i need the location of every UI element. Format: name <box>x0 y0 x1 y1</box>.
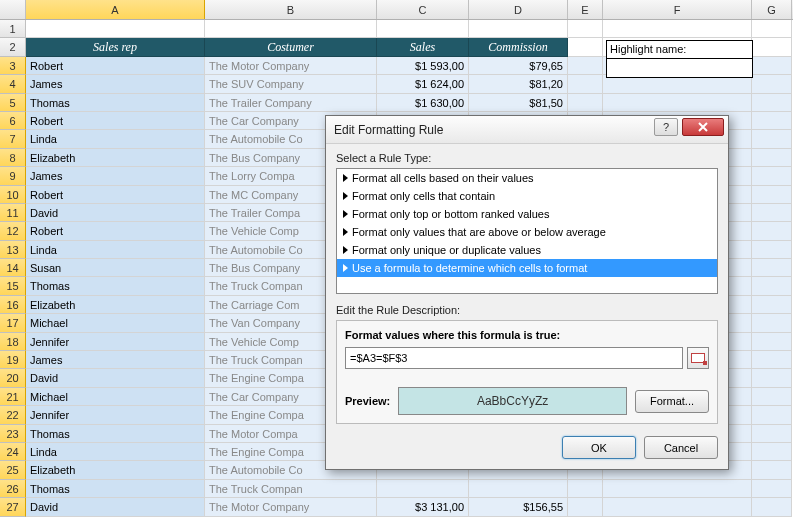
cell[interactable]: Thomas <box>26 425 205 443</box>
col-header-C[interactable]: C <box>377 0 469 19</box>
cell[interactable] <box>568 480 603 498</box>
dialog-titlebar[interactable]: Edit Formatting Rule ? <box>326 116 728 144</box>
cell[interactable]: $156,55 <box>469 498 568 516</box>
row-header[interactable]: 18 <box>0 333 26 351</box>
cell[interactable] <box>752 130 792 148</box>
cell[interactable] <box>752 406 792 424</box>
col-header-A[interactable]: A <box>26 0 205 19</box>
cell[interactable] <box>752 314 792 332</box>
row-header[interactable]: 23 <box>0 425 26 443</box>
cell[interactable]: Michael <box>26 388 205 406</box>
col-header-G[interactable]: G <box>752 0 792 19</box>
cell[interactable] <box>752 20 792 38</box>
cell[interactable] <box>752 480 792 498</box>
cell[interactable]: James <box>26 351 205 369</box>
cell[interactable]: Elizabeth <box>26 149 205 167</box>
collapse-dialog-button[interactable] <box>687 347 709 369</box>
cell[interactable]: The Motor Company <box>205 57 377 75</box>
cell[interactable]: James <box>26 167 205 185</box>
cell[interactable]: David <box>26 369 205 387</box>
cell[interactable] <box>752 222 792 240</box>
cell[interactable] <box>752 388 792 406</box>
format-button[interactable]: Format... <box>635 390 709 413</box>
row-header[interactable]: 20 <box>0 369 26 387</box>
cell[interactable]: Thomas <box>26 94 205 112</box>
row-header[interactable]: 22 <box>0 406 26 424</box>
cell[interactable] <box>752 186 792 204</box>
formula-input[interactable] <box>345 347 683 369</box>
row-header[interactable]: 17 <box>0 314 26 332</box>
cell[interactable] <box>752 149 792 167</box>
cell[interactable]: Robert <box>26 112 205 130</box>
rule-type-item[interactable]: Use a formula to determine which cells t… <box>337 259 717 277</box>
cell[interactable]: Linda <box>26 130 205 148</box>
cell[interactable]: The SUV Company <box>205 75 377 93</box>
cell[interactable]: Sales <box>377 38 469 56</box>
cell[interactable] <box>469 480 568 498</box>
row-header[interactable]: 14 <box>0 259 26 277</box>
col-header-F[interactable]: F <box>603 0 752 19</box>
row-header[interactable]: 10 <box>0 186 26 204</box>
cell[interactable] <box>205 20 377 38</box>
cell[interactable] <box>752 94 792 112</box>
cell[interactable]: Linda <box>26 241 205 259</box>
row-header[interactable]: 8 <box>0 149 26 167</box>
cell[interactable] <box>568 75 603 93</box>
cell[interactable] <box>752 204 792 222</box>
cell[interactable] <box>752 333 792 351</box>
row-header[interactable]: 12 <box>0 222 26 240</box>
cell[interactable] <box>752 425 792 443</box>
cell[interactable]: $79,65 <box>469 57 568 75</box>
cancel-button[interactable]: Cancel <box>644 436 718 459</box>
cell[interactable] <box>752 296 792 314</box>
row-header[interactable]: 15 <box>0 277 26 295</box>
cell[interactable] <box>568 38 603 56</box>
cell[interactable]: Elizabeth <box>26 296 205 314</box>
cell[interactable] <box>568 57 603 75</box>
row-header[interactable]: 6 <box>0 112 26 130</box>
ok-button[interactable]: OK <box>562 436 636 459</box>
col-header-E[interactable]: E <box>568 0 603 19</box>
cell[interactable]: Linda <box>26 443 205 461</box>
select-all-corner[interactable] <box>0 0 26 19</box>
rule-type-item[interactable]: Format only cells that contain <box>337 187 717 205</box>
row-header[interactable]: 11 <box>0 204 26 222</box>
cell[interactable] <box>377 480 469 498</box>
cell[interactable] <box>568 20 603 38</box>
cell[interactable]: Commission <box>469 38 568 56</box>
cell[interactable]: Elizabeth <box>26 461 205 479</box>
cell[interactable]: $81,20 <box>469 75 568 93</box>
cell[interactable] <box>752 461 792 479</box>
cell[interactable]: The Trailer Company <box>205 94 377 112</box>
cell[interactable]: Susan <box>26 259 205 277</box>
row-header[interactable]: 25 <box>0 461 26 479</box>
row-header[interactable]: 19 <box>0 351 26 369</box>
row-header[interactable]: 26 <box>0 480 26 498</box>
cell[interactable] <box>752 112 792 130</box>
cell[interactable]: Costumer <box>205 38 377 56</box>
cell[interactable]: $1 593,00 <box>377 57 469 75</box>
rule-type-item[interactable]: Format only values that are above or bel… <box>337 223 717 241</box>
cell[interactable] <box>469 20 568 38</box>
cell[interactable] <box>603 20 752 38</box>
rule-type-list[interactable]: Format all cells based on their valuesFo… <box>336 168 718 294</box>
cell[interactable]: Thomas <box>26 277 205 295</box>
rule-type-item[interactable]: Format all cells based on their values <box>337 169 717 187</box>
cell[interactable]: James <box>26 75 205 93</box>
row-header[interactable]: 21 <box>0 388 26 406</box>
cell[interactable] <box>752 38 792 56</box>
row-header[interactable]: 7 <box>0 130 26 148</box>
cell[interactable] <box>377 20 469 38</box>
cell[interactable] <box>752 241 792 259</box>
cell[interactable] <box>603 94 752 112</box>
cell[interactable] <box>752 167 792 185</box>
cell[interactable]: Robert <box>26 222 205 240</box>
row-header[interactable]: 16 <box>0 296 26 314</box>
rule-type-item[interactable]: Format only top or bottom ranked values <box>337 205 717 223</box>
cell[interactable] <box>26 20 205 38</box>
cell[interactable]: $81,50 <box>469 94 568 112</box>
rule-type-item[interactable]: Format only unique or duplicate values <box>337 241 717 259</box>
col-header-D[interactable]: D <box>469 0 568 19</box>
cell[interactable]: $1 624,00 <box>377 75 469 93</box>
highlight-name-input[interactable] <box>606 59 753 78</box>
